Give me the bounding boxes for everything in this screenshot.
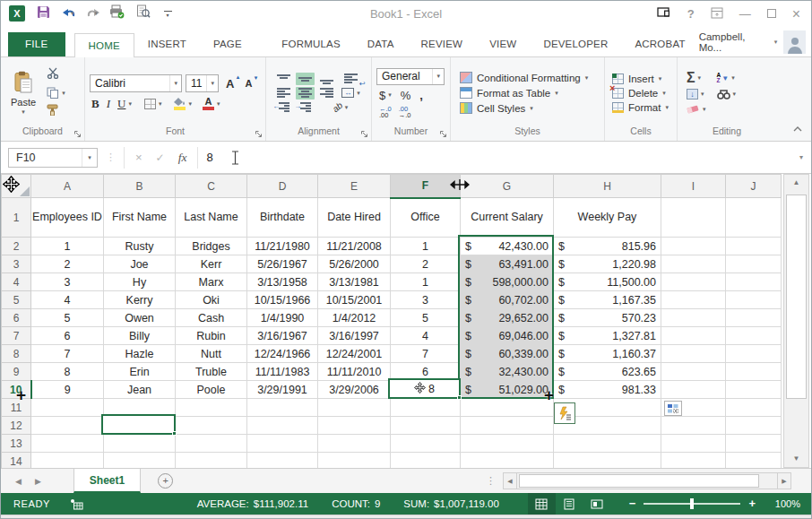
qat-customize-button[interactable]: ▾ bbox=[162, 11, 173, 17]
cell[interactable] bbox=[661, 453, 726, 469]
cell[interactable]: Last Name bbox=[176, 198, 247, 238]
expand-formula-bar-button[interactable]: ▾ bbox=[791, 153, 811, 161]
cell[interactable]: 7 bbox=[391, 345, 461, 363]
borders-icon[interactable] bbox=[144, 99, 156, 109]
number-dialog-launcher[interactable] bbox=[439, 130, 447, 138]
row-header-9[interactable]: 9 bbox=[2, 363, 31, 381]
cell[interactable] bbox=[661, 363, 726, 381]
fill-color-button[interactable] bbox=[174, 98, 186, 110]
cell[interactable] bbox=[31, 417, 104, 435]
scroll-down-button[interactable]: ▼ bbox=[784, 451, 808, 467]
status-count[interactable]: COUNT:9 bbox=[332, 498, 380, 509]
sort-filter-dropdown-icon[interactable]: ▾ bbox=[731, 74, 735, 82]
name-box-dropdown-icon[interactable]: ▾ bbox=[82, 149, 97, 167]
cell[interactable]: 11/11/1983 bbox=[247, 363, 318, 381]
cell[interactable]: Date Hired bbox=[318, 198, 391, 238]
normal-view-button[interactable] bbox=[528, 493, 556, 515]
tab-data[interactable]: DATA bbox=[354, 32, 408, 56]
cell[interactable]: Birthdate bbox=[247, 198, 318, 238]
tab-formulas[interactable]: FORMULAS bbox=[268, 32, 354, 56]
cell[interactable]: $815.96 bbox=[554, 238, 661, 255]
row-header-8[interactable]: 8 bbox=[2, 345, 31, 363]
cell[interactable] bbox=[104, 399, 176, 417]
cell[interactable]: 1/4/1990 bbox=[247, 309, 318, 327]
tab-developer[interactable]: DEVELOPER bbox=[530, 32, 621, 56]
cell[interactable] bbox=[31, 453, 104, 469]
cell[interactable]: 5 bbox=[31, 309, 104, 327]
tab-page-layout[interactable]: PAGE LAYOUT bbox=[200, 32, 268, 56]
cell[interactable] bbox=[661, 435, 726, 453]
cell[interactable]: Weekly Pay bbox=[554, 198, 661, 238]
cell[interactable]: 4 bbox=[31, 291, 104, 309]
align-left-button[interactable] bbox=[274, 87, 293, 99]
cell[interactable]: Cash bbox=[176, 309, 247, 327]
cell-styles-button[interactable]: Cell Styles▾ bbox=[460, 102, 588, 114]
cell[interactable]: 10/15/1966 bbox=[247, 291, 318, 309]
cell[interactable] bbox=[176, 453, 247, 469]
collapse-ribbon-button[interactable] bbox=[793, 119, 802, 135]
cell[interactable] bbox=[726, 238, 782, 255]
cell[interactable] bbox=[554, 453, 661, 469]
minimize-button[interactable]: — bbox=[739, 8, 751, 20]
cell[interactable] bbox=[318, 399, 391, 417]
cell[interactable] bbox=[104, 417, 176, 435]
cell[interactable]: $981.33 bbox=[554, 381, 661, 399]
row-header-10[interactable]: 10 bbox=[2, 381, 31, 399]
cell[interactable]: 5/26/1967 bbox=[247, 255, 318, 273]
cell[interactable] bbox=[661, 381, 726, 399]
autosum-button[interactable]: Σ▾ bbox=[687, 72, 706, 84]
cell[interactable]: $60,339.00 bbox=[461, 345, 554, 363]
cell[interactable]: $1,220.98 bbox=[554, 255, 661, 273]
cell[interactable]: Rubin bbox=[176, 327, 247, 345]
cell[interactable]: Kerr bbox=[176, 255, 247, 273]
cell[interactable]: Bridges bbox=[176, 238, 247, 255]
cell[interactable] bbox=[318, 435, 391, 453]
cell[interactable]: Owen bbox=[104, 309, 176, 327]
display-settings-icon[interactable] bbox=[657, 7, 671, 21]
font-family-combo[interactable]: Calibri▾ bbox=[90, 74, 182, 92]
cell[interactable]: 9 bbox=[31, 381, 104, 399]
sort-filter-button[interactable]: AZ▼▾ bbox=[717, 73, 737, 83]
number-format-dropdown-icon[interactable]: ▾ bbox=[432, 69, 444, 84]
cell[interactable]: 8 bbox=[31, 363, 104, 381]
row-header-1[interactable]: 1 bbox=[2, 198, 31, 238]
fill-button[interactable]: ↓▾ bbox=[687, 89, 706, 99]
cell[interactable]: 3/13/1981 bbox=[318, 273, 391, 291]
cell[interactable]: Billy bbox=[104, 327, 176, 345]
clear-dropdown-icon[interactable]: ▾ bbox=[703, 106, 706, 113]
maximize-button[interactable] bbox=[767, 9, 776, 18]
row-header-12[interactable]: 12 bbox=[2, 417, 31, 435]
cell[interactable] bbox=[661, 198, 726, 238]
cell[interactable]: 3/16/1967 bbox=[247, 327, 318, 345]
cell[interactable]: Erin bbox=[104, 363, 176, 381]
formula-input[interactable]: 8 bbox=[198, 151, 791, 165]
orientation-button[interactable]: ab▾ bbox=[317, 101, 363, 113]
zoom-slider[interactable] bbox=[644, 503, 740, 505]
cell[interactable]: 3/13/1958 bbox=[247, 273, 318, 291]
accounting-dropdown-icon[interactable]: ▾ bbox=[388, 91, 392, 99]
cell[interactable] bbox=[661, 238, 726, 255]
format-as-table-dropdown-icon[interactable]: ▾ bbox=[555, 90, 558, 97]
cell[interactable] bbox=[661, 291, 726, 309]
font-size-combo[interactable]: 11▾ bbox=[186, 74, 219, 92]
cell[interactable] bbox=[391, 453, 461, 469]
cell[interactable]: $42,430.00 bbox=[461, 238, 554, 255]
cell[interactable]: $69,046.00 bbox=[461, 327, 554, 345]
tab-file[interactable]: FILE bbox=[8, 32, 65, 56]
avatar[interactable] bbox=[783, 30, 806, 54]
paste-dropdown-icon[interactable]: ▾ bbox=[22, 108, 25, 116]
increase-font-size-button[interactable]: A▲ bbox=[226, 77, 234, 91]
cell[interactable] bbox=[461, 453, 554, 469]
cell[interactable]: Joe bbox=[104, 255, 176, 273]
accounting-format-button[interactable]: $▾ bbox=[379, 89, 392, 102]
cell[interactable]: $51,029.00 bbox=[461, 381, 554, 399]
row-header-7[interactable]: 7 bbox=[2, 327, 31, 345]
cell[interactable] bbox=[726, 345, 782, 363]
font-size-dropdown-icon[interactable]: ▾ bbox=[206, 75, 218, 91]
column-header-I[interactable]: I bbox=[661, 175, 726, 198]
format-painter-button[interactable] bbox=[47, 103, 59, 119]
cell[interactable] bbox=[726, 417, 782, 435]
cell[interactable] bbox=[726, 273, 782, 291]
cell[interactable] bbox=[726, 453, 782, 469]
cell[interactable] bbox=[247, 417, 318, 435]
